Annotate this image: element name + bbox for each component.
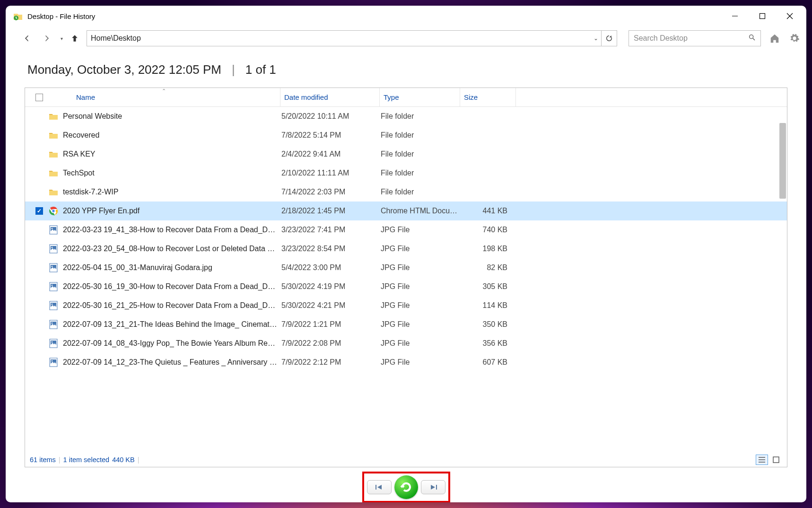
refresh-button[interactable] bbox=[601, 30, 617, 46]
maximize-button[interactable] bbox=[749, 6, 776, 26]
home-button[interactable] bbox=[768, 32, 781, 44]
status-bar: 61 items | 1 item selected 440 KB | bbox=[25, 453, 787, 467]
file-date: 2/18/2022 1:45 PM bbox=[281, 207, 381, 215]
table-row[interactable]: testdisk-7.2-WIP7/14/2022 2:03 PMFile fo… bbox=[25, 183, 787, 201]
header-separator: | bbox=[232, 62, 235, 77]
nav-up-button[interactable] bbox=[67, 30, 83, 46]
recent-locations-button[interactable]: ▾ bbox=[61, 36, 63, 41]
view-thumbnails-button[interactable] bbox=[770, 455, 782, 465]
file-type: File folder bbox=[381, 169, 461, 177]
jpg-icon bbox=[48, 339, 59, 348]
file-type: File folder bbox=[381, 131, 461, 140]
column-date-modified[interactable]: Date modified bbox=[280, 88, 380, 106]
file-size: 350 KB bbox=[461, 320, 512, 329]
svg-rect-38 bbox=[375, 485, 376, 490]
file-size: 740 KB bbox=[461, 226, 512, 234]
file-size: 82 KB bbox=[461, 263, 512, 272]
status-selection: 1 item selected bbox=[63, 456, 110, 464]
column-headers: ⌃ Name Date modified Type Size bbox=[25, 88, 787, 107]
row-checkbox[interactable] bbox=[35, 207, 48, 215]
file-size: 305 KB bbox=[461, 282, 512, 291]
search-placeholder: Search Desktop bbox=[634, 34, 688, 43]
table-row[interactable]: RSA KEY2/4/2022 9:41 AMFile folder bbox=[25, 145, 787, 164]
view-mode-buttons bbox=[756, 455, 782, 465]
chrome-icon bbox=[48, 206, 59, 216]
file-name: 2022-03-23 20_54_08-How to Recover Lost … bbox=[63, 245, 281, 253]
file-date: 7/8/2022 5:14 PM bbox=[281, 131, 381, 140]
file-date: 2/4/2022 9:41 AM bbox=[281, 150, 381, 158]
previous-version-button[interactable] bbox=[367, 480, 392, 494]
file-name: Recovered bbox=[63, 131, 281, 140]
svg-point-18 bbox=[52, 266, 53, 267]
table-row[interactable]: 2022-03-23 19_41_38-How to Recover Data … bbox=[25, 220, 787, 239]
folder-icon bbox=[48, 169, 59, 177]
file-size: 607 KB bbox=[461, 358, 512, 367]
column-type[interactable]: Type bbox=[380, 88, 460, 106]
table-row[interactable]: 2020 YPP Flyer En.pdf2/18/2022 1:45 PMCh… bbox=[25, 201, 787, 220]
file-date: 3/23/2022 8:54 PM bbox=[281, 245, 381, 253]
column-size[interactable]: Size bbox=[460, 88, 516, 106]
address-bar[interactable]: Home\Desktop ⌄ bbox=[87, 30, 602, 46]
version-nav-controls bbox=[6, 472, 806, 502]
table-row[interactable]: Personal Website5/20/2022 10:11 AMFile f… bbox=[25, 107, 787, 126]
status-item-count: 61 items bbox=[30, 456, 56, 464]
scrollbar-thumb[interactable] bbox=[779, 123, 786, 199]
file-size: 198 KB bbox=[461, 245, 512, 253]
svg-rect-37 bbox=[773, 457, 779, 463]
version-header: Monday, October 3, 2022 12:05 PM | 1 of … bbox=[25, 50, 787, 88]
table-row[interactable]: 2022-05-30 16_19_30-How to Recover Data … bbox=[25, 277, 787, 296]
table-row[interactable]: 2022-07-09 14_08_43-Iggy Pop_ The Bowie … bbox=[25, 334, 787, 353]
file-type: JPG File bbox=[381, 339, 461, 348]
file-type: File folder bbox=[381, 112, 461, 121]
nav-toolbar: ▾ Home\Desktop ⌄ Search Desktop bbox=[6, 26, 806, 50]
nav-back-button[interactable] bbox=[19, 30, 35, 46]
jpg-icon bbox=[48, 301, 59, 310]
svg-point-24 bbox=[52, 304, 53, 305]
nav-forward-button[interactable] bbox=[39, 30, 55, 46]
sort-indicator-icon: ⌃ bbox=[162, 88, 166, 94]
svg-point-5 bbox=[750, 35, 753, 39]
svg-rect-2 bbox=[760, 14, 765, 19]
table-row[interactable]: 2022-07-09 14_12_23-The Quietus _ Featur… bbox=[25, 353, 787, 372]
column-name[interactable]: ⌃ Name bbox=[48, 88, 280, 106]
table-row[interactable]: TechSpot2/10/2022 11:11 AMFile folder bbox=[25, 164, 787, 183]
file-date: 7/9/2022 1:21 PM bbox=[281, 320, 381, 329]
view-details-button[interactable] bbox=[756, 455, 768, 465]
file-name: 2022-07-09 14_12_23-The Quietus _ Featur… bbox=[63, 358, 281, 367]
file-date: 5/30/2022 4:19 PM bbox=[281, 282, 381, 291]
next-version-button[interactable] bbox=[421, 480, 445, 494]
address-dropdown-icon[interactable]: ⌄ bbox=[594, 35, 598, 42]
file-name: Personal Website bbox=[63, 112, 281, 121]
file-size: 441 KB bbox=[461, 207, 512, 215]
minimize-button[interactable] bbox=[721, 6, 749, 26]
file-rows[interactable]: Personal Website5/20/2022 10:11 AMFile f… bbox=[25, 107, 787, 453]
file-history-window: Desktop - File History ▾ Home\Desktop ⌄ … bbox=[6, 6, 806, 502]
file-size: 356 KB bbox=[461, 339, 512, 348]
restore-button[interactable] bbox=[394, 475, 418, 499]
table-row[interactable]: 2022-05-04 15_00_31-Manuviraj Godara.jpg… bbox=[25, 258, 787, 277]
table-row[interactable]: 2022-03-23 20_54_08-How to Recover Lost … bbox=[25, 239, 787, 258]
svg-point-30 bbox=[52, 342, 53, 343]
close-button[interactable] bbox=[776, 6, 803, 26]
file-date: 7/9/2022 2:08 PM bbox=[281, 339, 381, 348]
address-text: Home\Desktop bbox=[91, 34, 141, 43]
search-input[interactable]: Search Desktop bbox=[629, 30, 761, 46]
version-timestamp: Monday, October 3, 2022 12:05 PM bbox=[27, 62, 221, 77]
jpg-icon bbox=[48, 263, 59, 272]
settings-button[interactable] bbox=[788, 32, 801, 44]
file-type: JPG File bbox=[381, 282, 461, 291]
svg-point-15 bbox=[52, 247, 53, 248]
table-row[interactable]: 2022-05-30 16_21_25-How to Recover Data … bbox=[25, 296, 787, 315]
file-type: JPG File bbox=[381, 301, 461, 310]
folder-icon bbox=[48, 188, 59, 196]
table-row[interactable]: Recovered7/8/2022 5:14 PMFile folder bbox=[25, 126, 787, 145]
file-name: RSA KEY bbox=[63, 150, 281, 158]
file-name: 2022-07-09 14_08_43-Iggy Pop_ The Bowie … bbox=[63, 339, 281, 348]
folder-icon bbox=[48, 131, 59, 139]
version-page: 1 of 1 bbox=[245, 62, 276, 77]
svg-point-21 bbox=[52, 285, 53, 286]
jpg-icon bbox=[48, 358, 59, 367]
select-all-checkbox[interactable] bbox=[25, 88, 48, 106]
search-icon bbox=[748, 34, 756, 43]
table-row[interactable]: 2022-07-09 13_21_21-The Ideas Behind the… bbox=[25, 315, 787, 334]
